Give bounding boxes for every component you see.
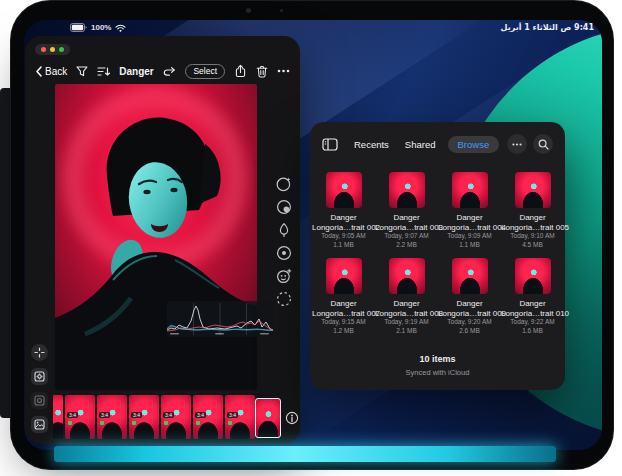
ellipsis-icon [512, 143, 522, 146]
select-button[interactable]: Select [185, 64, 225, 79]
aspect-badge: 3:4 [99, 412, 110, 418]
search-icon [538, 139, 549, 150]
file-name: Danger [375, 213, 438, 223]
file-size: 2.2 MB [375, 241, 438, 250]
search-button[interactable] [533, 134, 553, 154]
ellipsis-icon [277, 69, 290, 73]
aspect-badge: 3:4 [195, 412, 206, 418]
export-settings-button[interactable] [31, 368, 48, 385]
file-size: 1.1 MB [438, 241, 501, 250]
enhance-button[interactable] [31, 344, 48, 361]
file-thumbnail [452, 172, 488, 208]
file-name: Danger [501, 299, 564, 309]
file-name: Longoria…trait 008 [375, 309, 438, 319]
brush-tool[interactable] [275, 221, 293, 239]
photo-icon [34, 419, 45, 430]
minimize-window-button[interactable] [50, 47, 55, 52]
file-date: Today, 9:09 AM [438, 232, 501, 241]
file-name: Danger [375, 299, 438, 309]
camera-sensor [280, 9, 283, 12]
photo-title: Danger Longo… [119, 66, 154, 77]
status-datetime: 9:41 ص الثلاثاء 1 أبريل [501, 23, 594, 32]
retouch-tool[interactable] [275, 267, 293, 285]
back-label: Back [45, 66, 67, 77]
file-item[interactable]: Danger Longoria…trait 005 Today, 9:10 AM… [501, 172, 564, 249]
copy-edits-button[interactable] [31, 392, 48, 409]
filmstrip-thumb[interactable]: 3:4 [193, 395, 223, 439]
presets-tool[interactable] [275, 175, 293, 193]
file-thumbnail [452, 258, 488, 294]
edited-photo[interactable] [55, 84, 257, 390]
filter-button[interactable] [76, 66, 88, 77]
status-left: 100% [70, 23, 126, 32]
file-item[interactable]: Danger Longoria…trait 008 Today, 9:19 AM… [375, 258, 438, 335]
filmstrip-thumb[interactable]: 3:4 [65, 395, 95, 439]
battery-icon [70, 23, 87, 32]
photo-editor-window: Back Danger Longo… Select [25, 36, 300, 444]
presets-icon [275, 175, 293, 193]
tab-recents[interactable]: Recents [354, 139, 389, 150]
file-thumbnail [515, 258, 551, 294]
file-thumbnail [389, 258, 425, 294]
file-item[interactable]: Danger Longoria…trait 003 Today, 9:07 AM… [375, 172, 438, 249]
file-item[interactable]: Danger Longoria…trait 004 Today, 9:09 AM… [438, 172, 501, 249]
file-name: Danger [312, 299, 375, 309]
funnel-icon [76, 66, 88, 77]
wifi-icon [115, 24, 126, 32]
more-button[interactable] [277, 69, 290, 73]
sync-status: Synced with iCloud [310, 368, 565, 377]
tab-shared[interactable]: Shared [405, 139, 436, 150]
file-date: Today, 9:20 AM [438, 318, 501, 327]
grain-tool[interactable] [275, 290, 293, 308]
sort-button[interactable] [97, 66, 110, 77]
file-size: 1.6 MB [501, 327, 564, 336]
tab-browse[interactable]: Browse [448, 136, 500, 153]
file-thumbnail [326, 258, 362, 294]
color-tool[interactable] [275, 244, 293, 262]
file-name: Danger [501, 213, 564, 223]
file-name: Danger [438, 213, 501, 223]
file-size: 4.5 MB [501, 241, 564, 250]
edited-indicator [196, 421, 200, 425]
curves-tool[interactable] [275, 198, 293, 216]
filmstrip-thumb[interactable]: 3:4 [161, 395, 191, 439]
filmstrip-thumb-selected[interactable] [255, 398, 281, 438]
aspect-badge: 3:4 [227, 412, 238, 418]
filmstrip-thumb[interactable]: 3:4 [129, 395, 159, 439]
zoom-window-button[interactable] [59, 47, 64, 52]
file-item[interactable]: Danger Longoria…trait 009 Today, 9:20 AM… [438, 258, 501, 335]
file-name: Longoria…trait 003 [375, 223, 438, 233]
library-button[interactable] [31, 416, 48, 433]
file-name: Longoria…trait 007 [312, 309, 375, 319]
file-item[interactable]: Danger Longoria…trait 010 Today, 9:22 AM… [501, 258, 564, 335]
aspect-badge: 3:4 [67, 412, 78, 418]
files-toolbar: Recents Shared Browse [310, 132, 565, 156]
sidebar-toggle-button[interactable] [322, 138, 338, 151]
back-button[interactable]: Back [35, 66, 67, 77]
window-controls[interactable] [35, 44, 70, 55]
hero-scene: 100% 9:41 ص الثلاثاء 1 أبريل Back Danger… [0, 0, 622, 476]
file-date: Today, 9:07 AM [375, 232, 438, 241]
more-options-button[interactable] [507, 134, 527, 154]
file-name: Longoria…trait 009 [438, 309, 501, 319]
chevron-left-icon [35, 66, 42, 77]
share-button[interactable] [234, 64, 247, 78]
close-window-button[interactable] [41, 47, 46, 52]
dashed-circle-icon [275, 290, 293, 308]
undo-icon [163, 66, 176, 77]
battery-percent: 100% [91, 23, 111, 32]
file-item[interactable]: Danger Longoria…trait 007 Today, 9:15 AM… [312, 258, 375, 335]
file-thumbnail [326, 172, 362, 208]
editor-toolbar: Back Danger Longo… Select [25, 58, 300, 84]
undo-button[interactable] [163, 66, 176, 77]
file-name: Longoria…trait 005 [501, 223, 564, 233]
curves-icon [275, 198, 293, 216]
share-icon [234, 64, 247, 78]
info-button[interactable] [285, 411, 299, 425]
filmstrip-thumb-partial[interactable] [53, 395, 63, 439]
aspect-badge: 3:4 [131, 412, 142, 418]
file-item[interactable]: Danger Longoria…trait 002 Today, 9:05 AM… [312, 172, 375, 249]
delete-button[interactable] [256, 65, 268, 78]
filmstrip-thumb[interactable]: 3:4 [225, 395, 255, 439]
filmstrip-thumb[interactable]: 3:4 [97, 395, 127, 439]
